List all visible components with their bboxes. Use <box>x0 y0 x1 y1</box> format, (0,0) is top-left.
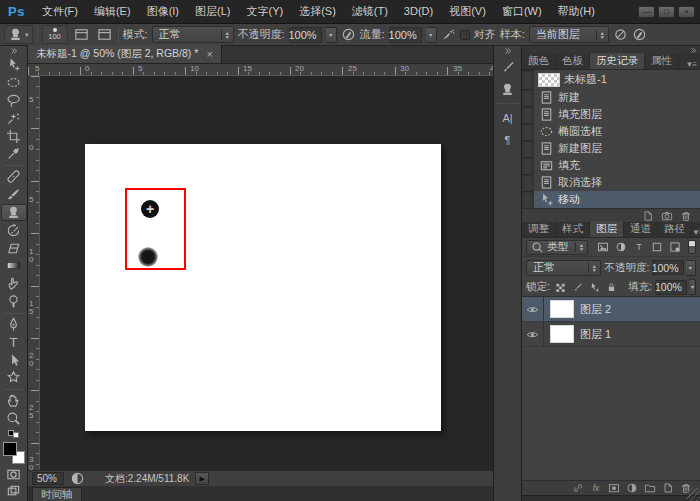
layer-style-button[interactable]: fx <box>590 482 602 494</box>
history-source-well[interactable] <box>522 123 534 140</box>
custom-shape-tool[interactable] <box>1 369 27 387</box>
menu-item-0[interactable]: 文件(F) <box>34 0 86 23</box>
move-tool[interactable] <box>1 56 27 74</box>
history-source-well[interactable] <box>522 140 534 157</box>
pressure-size-icon[interactable] <box>632 27 647 42</box>
screen-mode-button[interactable] <box>1 483 27 501</box>
close-button[interactable]: × <box>678 6 695 18</box>
quick-mask-mode-button[interactable] <box>1 465 27 483</box>
layer-row[interactable]: 图层 1 <box>522 322 700 347</box>
timeline-tab[interactable]: 时间轴 <box>32 487 82 501</box>
layer-fill-field[interactable]: 100% <box>655 280 687 295</box>
opacity-dropdown-button[interactable]: ▾ <box>326 27 337 43</box>
layer-blend-mode-select[interactable]: 正常 ▲ ▼ <box>526 260 601 276</box>
filter-type-layers[interactable]: T <box>631 240 647 255</box>
magic-wand-tool[interactable] <box>1 109 27 127</box>
menu-item-7[interactable]: 3D(D) <box>396 0 441 23</box>
menu-item-9[interactable]: 窗口(W) <box>494 0 550 23</box>
filter-adjustment-layers[interactable] <box>613 240 629 255</box>
top-tab-3[interactable]: 属性 <box>645 53 679 69</box>
airbrush-icon[interactable] <box>441 27 456 42</box>
lasso-tool[interactable] <box>1 92 27 110</box>
layer-thumbnail[interactable] <box>550 300 574 318</box>
mid-tab-0[interactable]: 调整 <box>522 221 556 237</box>
menu-item-5[interactable]: 选择(S) <box>291 0 344 23</box>
dodge-tool[interactable] <box>1 293 27 311</box>
layer-name[interactable]: 图层 1 <box>580 327 611 342</box>
clone-stamp-tool[interactable] <box>1 204 27 222</box>
history-snapshot-row[interactable]: 未标题-1 <box>522 70 700 89</box>
gradient-tool[interactable] <box>1 257 27 275</box>
menu-item-3[interactable]: 图层(L) <box>187 0 238 23</box>
character-panel-button[interactable]: A| <box>496 108 520 128</box>
layer-name[interactable]: 图层 2 <box>580 302 611 317</box>
type-tool[interactable]: T <box>1 333 27 351</box>
lock-transparent-pixels[interactable] <box>553 280 568 295</box>
eraser-tool[interactable] <box>1 239 27 257</box>
history-state-row[interactable]: 填充 <box>522 157 700 174</box>
lock-image-pixels[interactable] <box>570 280 585 295</box>
mid-tab-1[interactable]: 样式 <box>556 221 590 237</box>
spot-healing-brush-tool[interactable] <box>1 168 27 186</box>
panel-menu-icon[interactable]: ▼≡ <box>685 60 700 69</box>
eyedropper-tool[interactable] <box>1 145 27 163</box>
history-brush-tool[interactable] <box>1 221 27 239</box>
menu-item-1[interactable]: 编辑(E) <box>86 0 139 23</box>
layer-visibility-toggle[interactable] <box>522 297 544 321</box>
clone-source-panel-button[interactable] <box>496 79 520 99</box>
path-selection-tool[interactable] <box>1 351 27 369</box>
filter-smart-objects[interactable] <box>667 240 683 255</box>
history-source-well[interactable] <box>522 70 534 89</box>
flow-field[interactable]: 100% <box>389 27 422 43</box>
menu-item-6[interactable]: 滤镜(T) <box>344 0 396 23</box>
sample-select[interactable]: 当前图层▲ ▼ <box>529 26 609 43</box>
menu-item-4[interactable]: 文字(Y) <box>238 0 291 23</box>
history-source-well[interactable] <box>522 157 534 174</box>
mid-tab-4[interactable]: 路径 <box>658 221 692 237</box>
mid-tab-3[interactable]: 通道 <box>624 221 658 237</box>
canvas[interactable]: + <box>85 144 441 431</box>
document-tab[interactable]: 未标题-1 @ 50% (图层 2, RGB/8) * × <box>28 45 222 63</box>
blend-mode-select[interactable]: 正常▲ ▼ <box>152 26 234 43</box>
maximize-button[interactable]: □ <box>658 6 675 18</box>
ignore-adjustment-layers-icon[interactable] <box>613 27 628 42</box>
resize-grip[interactable] <box>687 488 700 501</box>
mid-tab-2[interactable]: 图层 <box>590 221 624 237</box>
toggle-clone-source-panel-button[interactable] <box>95 26 114 44</box>
top-tab-1[interactable]: 色板 <box>556 53 590 69</box>
toggle-brush-panel-button[interactable] <box>72 26 91 44</box>
history-state-row[interactable]: 取消选择 <box>522 174 700 191</box>
default-colors-icon[interactable] <box>8 430 19 439</box>
delete-state-button[interactable] <box>680 210 692 222</box>
top-tab-0[interactable]: 颜色 <box>522 53 556 69</box>
layer-visibility-toggle[interactable] <box>522 322 544 346</box>
layer-opacity-field[interactable]: 100% <box>652 260 684 275</box>
pen-tool[interactable] <box>1 316 27 334</box>
history-state-row[interactable]: 新建 <box>522 89 700 106</box>
toolbar-collapse-icon[interactable] <box>0 46 27 56</box>
smudge-tool[interactable] <box>1 275 27 293</box>
history-state-row[interactable]: 新建图层 <box>522 140 700 157</box>
layer-thumbnail[interactable] <box>550 325 574 343</box>
new-layer-button[interactable] <box>662 482 674 494</box>
layer-fill-dropdown[interactable]: ▾ <box>690 279 696 295</box>
menu-item-10[interactable]: 帮助(H) <box>550 0 603 23</box>
panel-strip-expand-icon[interactable] <box>494 46 521 55</box>
filter-shape-layers[interactable] <box>649 240 665 255</box>
history-source-well[interactable] <box>522 106 534 123</box>
history-source-well[interactable] <box>522 174 534 191</box>
lock-all[interactable] <box>604 280 619 295</box>
paragraph-panel-button[interactable]: ¶ <box>496 130 520 150</box>
link-layers-button[interactable] <box>572 482 584 494</box>
elliptical-marquee-tool[interactable] <box>1 74 27 92</box>
color-swatches[interactable] <box>2 441 26 465</box>
new-adjustment-layer-button[interactable] <box>626 482 638 494</box>
zoom-tool[interactable] <box>1 410 27 428</box>
panel-menu-icon[interactable]: ▼≡ <box>692 228 700 237</box>
history-state-row[interactable]: 填充图层 <box>522 106 700 123</box>
brush-presets-panel-button[interactable] <box>496 57 520 77</box>
foreground-color-swatch[interactable] <box>3 442 17 456</box>
add-layer-mask-button[interactable] <box>608 482 620 494</box>
layer-opacity-dropdown[interactable]: ▾ <box>686 260 697 276</box>
hand-tool[interactable] <box>1 392 27 410</box>
